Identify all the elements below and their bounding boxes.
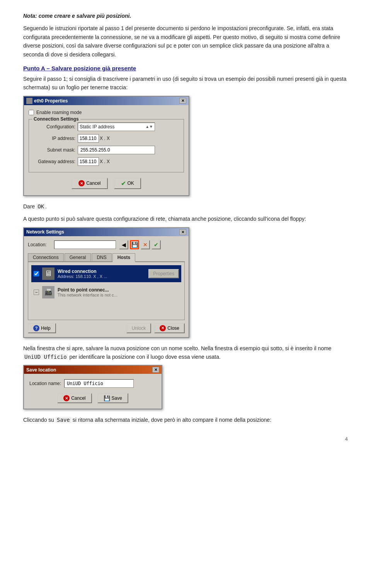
gateway-row: Gateway address: X . X bbox=[33, 157, 180, 166]
wired-name: Wired connection bbox=[58, 269, 145, 274]
right-btns: Unlock ✕ Close bbox=[126, 323, 185, 333]
finestra-para: Nella finestra che si apre, salvare la n… bbox=[23, 344, 348, 361]
save-code: Save bbox=[56, 417, 71, 423]
save-close-x-button[interactable]: ✕ bbox=[152, 367, 159, 373]
connection-settings-group: Connection Settings Configuration: Stati… bbox=[29, 119, 184, 172]
location-icon-btn-1[interactable]: ◀ bbox=[119, 240, 128, 249]
finestra-text2: per identificare la posizione con il luo… bbox=[68, 354, 221, 360]
close-label: Close bbox=[167, 326, 179, 331]
location-icons: ◀ 💾 ✕ ✔ bbox=[119, 240, 161, 249]
eth0-cancel-button[interactable]: ✕ Cancel bbox=[71, 178, 107, 189]
save-location-label: Location name: bbox=[29, 381, 61, 386]
eth0-close-button[interactable]: ✕ bbox=[179, 98, 186, 104]
intro-para: Seguendo le istruzioni riportate al pass… bbox=[23, 24, 348, 59]
save-dialog-wrapper: Save location ✕ Location name: ✕ Cancel … bbox=[23, 365, 348, 409]
eth0-dialog-wrapper: eth0 Properties ✕ Enable roaming mode Co… bbox=[23, 96, 348, 196]
cliccando-para: Cliccando su Save si ritorna alla scherm… bbox=[23, 416, 348, 424]
roaming-row: Enable roaming mode bbox=[29, 110, 184, 115]
unlock-button[interactable]: Unlock bbox=[126, 323, 151, 333]
gateway-parts: X . X bbox=[78, 157, 110, 166]
ok-check-icon: ✔ bbox=[154, 242, 158, 248]
floppy-save-button[interactable]: 💾 bbox=[130, 240, 139, 249]
config-label: Configuration: bbox=[33, 124, 75, 130]
subnet-row: Subnet mask: bbox=[33, 146, 180, 154]
eth0-title-icon bbox=[26, 98, 32, 104]
save-location-input[interactable] bbox=[64, 379, 134, 388]
delete-icon: ✕ bbox=[143, 242, 148, 248]
close-icon: ✕ bbox=[160, 325, 166, 331]
tab-hosts[interactable]: Hosts bbox=[112, 253, 135, 262]
tab-content: 🖥 Wired connection Address: 158.110. X ,… bbox=[28, 262, 185, 320]
network-bottom-buttons: ? Help Unlock ✕ Close bbox=[28, 323, 185, 333]
network-tabs: Connections General DNS Hosts bbox=[28, 253, 185, 262]
finestra-text1: Nella finestra che si apre, salvare la n… bbox=[23, 345, 332, 351]
tab-general[interactable]: General bbox=[65, 253, 91, 261]
floppy-icon: 💾 bbox=[131, 242, 138, 248]
eth0-body: Enable roaming mode Connection Settings … bbox=[24, 105, 189, 195]
config-dropdown[interactable]: Static IP address ▲▼ bbox=[78, 123, 155, 131]
save-save-label: Save bbox=[112, 395, 122, 401]
save-body: Location name: ✕ Cancel 💾 Save bbox=[24, 374, 162, 409]
help-label: Help bbox=[41, 326, 51, 331]
save-title-left: Save location bbox=[26, 367, 56, 373]
gateway-x-label: X . X bbox=[100, 159, 110, 164]
subnet-input[interactable] bbox=[78, 146, 155, 154]
eth0-titlebar: eth0 Properties ✕ bbox=[24, 97, 189, 105]
ip-parts: X . X bbox=[78, 134, 110, 143]
unid-code: UniUD Ufficio bbox=[23, 354, 68, 360]
properties-button[interactable]: Properties bbox=[148, 269, 179, 278]
ok-green-icon: ✔ bbox=[121, 180, 126, 187]
help-icon: ? bbox=[33, 325, 39, 331]
eth0-title-label: eth0 Properties bbox=[34, 98, 68, 104]
location-input[interactable] bbox=[54, 240, 116, 249]
network-para: A questo punto si può salvare questa con… bbox=[23, 215, 348, 223]
ok-label: OK bbox=[128, 181, 134, 186]
network-dialog-wrapper: Network Settings ✕ Location: ◀ 💾 ✕ ✔ bbox=[23, 227, 348, 338]
save-save-button[interactable]: 💾 Save bbox=[97, 393, 128, 403]
section-a-title: Punto A – Salvare posizione già presente bbox=[23, 65, 348, 72]
network-title-label: Network Settings bbox=[26, 229, 64, 235]
help-button[interactable]: ? Help bbox=[28, 323, 56, 333]
location-row: Location: ◀ 💾 ✕ ✔ bbox=[28, 240, 185, 249]
network-titlebar: Network Settings ✕ bbox=[24, 228, 189, 236]
eth0-buttons: ✕ Cancel ✔ OK bbox=[29, 178, 184, 189]
ip-field-1[interactable] bbox=[78, 134, 99, 143]
eth0-title-left: eth0 Properties bbox=[26, 98, 68, 104]
cancel-icon: ✕ bbox=[78, 180, 85, 186]
save-cancel-button[interactable]: ✕ Cancel bbox=[57, 393, 92, 403]
gateway-label: Gateway address: bbox=[33, 159, 75, 164]
tab-dns[interactable]: DNS bbox=[92, 253, 111, 261]
wired-addr: Address: 158.110. X , X ... bbox=[58, 274, 145, 279]
location-icon-btn-3[interactable]: ✕ bbox=[141, 240, 150, 249]
network-dialog: Network Settings ✕ Location: ◀ 💾 ✕ ✔ bbox=[23, 227, 189, 338]
network-close-x-button[interactable]: ✕ bbox=[179, 229, 186, 235]
network-title-left: Network Settings bbox=[26, 229, 64, 235]
point-icon: 📠 bbox=[42, 286, 54, 298]
config-arrow: ▲▼ bbox=[145, 124, 153, 129]
point-addr: This network interface is not c... bbox=[58, 293, 179, 297]
wired-checkbox[interactable] bbox=[34, 271, 39, 276]
network-close-button[interactable]: ✕ Close bbox=[154, 323, 185, 333]
wired-connection-item[interactable]: 🖥 Wired connection Address: 158.110. X ,… bbox=[31, 265, 181, 282]
ip-row: IP address: X . X bbox=[33, 134, 180, 143]
tab-connections[interactable]: Connections bbox=[28, 253, 64, 261]
save-cancel-icon: ✕ bbox=[63, 395, 70, 401]
location-label: Location: bbox=[28, 242, 51, 247]
cancel-label: Cancel bbox=[86, 181, 100, 186]
eth0-dialog: eth0 Properties ✕ Enable roaming mode Co… bbox=[23, 96, 189, 196]
roaming-checkbox[interactable] bbox=[29, 110, 34, 115]
eth0-ok-button[interactable]: ✔ OK bbox=[114, 178, 141, 189]
cliccando-text1: Cliccando su bbox=[23, 417, 56, 423]
save-floppy-icon: 💾 bbox=[104, 395, 110, 401]
point-info: Point to point connec... This network in… bbox=[58, 287, 179, 297]
location-icon-btn-4[interactable]: ✔ bbox=[151, 240, 161, 249]
cliccando-text2: si ritorna alla schermata iniziale, dove… bbox=[71, 417, 271, 423]
save-buttons: ✕ Cancel 💾 Save bbox=[29, 393, 156, 403]
point-connection-item[interactable]: − 📠 Point to point connec... This networ… bbox=[31, 284, 181, 301]
gateway-field-1[interactable] bbox=[78, 157, 99, 166]
note-title: Nota: come creare e salvare più posizion… bbox=[23, 12, 348, 20]
unlock-label: Unlock bbox=[132, 326, 146, 331]
wired-info: Wired connection Address: 158.110. X , X… bbox=[58, 269, 145, 279]
ip-x-label: X . X bbox=[100, 136, 110, 141]
save-cancel-label: Cancel bbox=[71, 395, 85, 401]
